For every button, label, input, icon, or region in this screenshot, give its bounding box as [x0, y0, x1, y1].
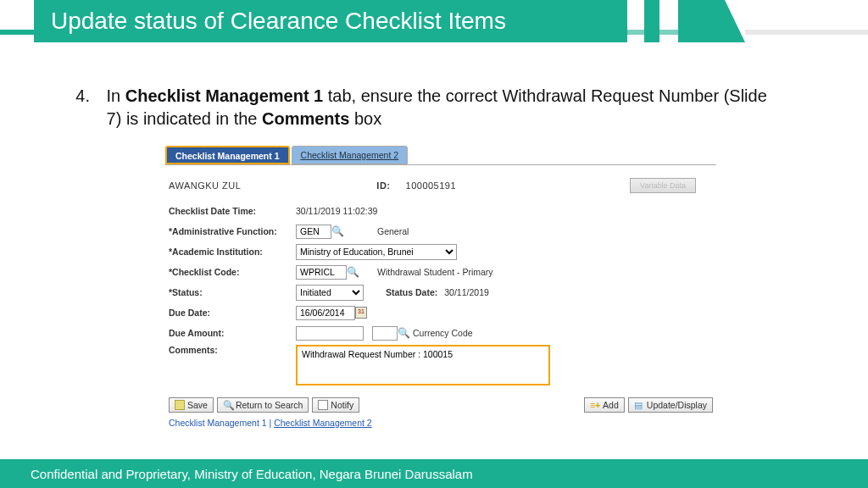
bottom-tab-links: Checklist Management 1 | Checklist Manag…	[169, 418, 713, 428]
datetime-label: Checklist Date Time:	[169, 206, 296, 216]
link-checklist-1[interactable]: Checklist Management 1	[169, 418, 267, 428]
status-date-label: Status Date:	[386, 287, 437, 297]
due-amount-label: Due Amount:	[169, 328, 296, 338]
variable-data-button: Variable Data	[630, 178, 696, 193]
admin-func-label: *Administrative Function:	[169, 226, 296, 236]
instruction-step: 4. In Checklist Management 1 tab, ensure…	[68, 85, 805, 130]
admin-func-desc: General	[377, 226, 409, 236]
notify-button[interactable]: Notify	[312, 397, 359, 413]
institution-label: *Academic Institution:	[169, 247, 296, 257]
header-main-block: Update status of Clearance Checklist Ite…	[34, 0, 627, 42]
update-icon: ▤	[634, 400, 644, 410]
status-select[interactable]: Initiated	[296, 285, 364, 301]
header-accent	[644, 0, 659, 42]
calendar-icon[interactable]: 31	[355, 307, 367, 319]
slide-footer: Confidential and Proprietary, Ministry o…	[0, 459, 868, 488]
tab-checklist-mgmt-1[interactable]: Checklist Management 1	[165, 146, 290, 164]
step-number: 4.	[68, 85, 102, 108]
save-button[interactable]: Save	[169, 397, 214, 413]
due-date-input[interactable]	[296, 306, 355, 320]
slide-title: Update status of Clearance Checklist Ite…	[51, 8, 506, 35]
checklist-code-label: *Checklist Code:	[169, 267, 296, 277]
comments-label: Comments:	[169, 345, 296, 355]
search-icon: 🔍	[223, 400, 233, 410]
header-accent	[659, 30, 678, 35]
status-label: *Status:	[169, 287, 296, 297]
institution-select[interactable]: Ministry of Education, Brunei	[296, 244, 457, 260]
datetime-value: 30/11/2019 11:02:39	[296, 206, 377, 216]
checklist-code-input[interactable]	[296, 265, 347, 280]
header-accent	[678, 0, 725, 42]
checklist-code-desc: Withdrawal Student - Primary	[377, 267, 493, 277]
action-buttons-row: Save 🔍Return to Search Notify ≡+Add ▤Upd…	[169, 397, 713, 413]
tab-checklist-mgmt-2[interactable]: Checklist Management 2	[292, 146, 409, 164]
add-button[interactable]: ≡+Add	[584, 397, 625, 413]
save-icon	[175, 400, 185, 410]
admin-func-input[interactable]	[296, 225, 331, 239]
checklist-form-screenshot: Checklist Management 1 Checklist Managem…	[165, 146, 716, 431]
add-icon: ≡+	[590, 400, 600, 410]
header-accent	[627, 30, 644, 35]
due-date-label: Due Date:	[169, 308, 296, 318]
lookup-icon[interactable]: 🔍	[347, 266, 359, 278]
link-checklist-2[interactable]: Checklist Management 2	[274, 418, 372, 428]
currency-label: Currency Code	[413, 328, 473, 338]
lookup-icon[interactable]: 🔍	[331, 225, 343, 237]
id-label: ID:	[376, 180, 390, 191]
header-accent	[745, 30, 868, 35]
tab-bar: Checklist Management 1 Checklist Managem…	[165, 146, 716, 164]
form-body: Variable Data AWANGKU ZUL ID: 100005191 …	[165, 164, 716, 431]
footer-text: Confidential and Proprietary, Ministry o…	[31, 467, 473, 481]
header-accent-left	[0, 30, 34, 35]
status-date-value: 30/11/2019	[444, 287, 489, 297]
update-display-button[interactable]: ▤Update/Display	[628, 397, 713, 413]
slide-header: Update status of Clearance Checklist Ite…	[0, 0, 868, 42]
step-text: In Checklist Management 1 tab, ensure th…	[107, 85, 785, 130]
comments-textarea[interactable]: Withdrawal Request Number : 100015	[296, 345, 550, 385]
notify-icon	[318, 400, 328, 410]
return-search-button[interactable]: 🔍Return to Search	[217, 397, 309, 413]
due-amount-input[interactable]	[296, 326, 364, 341]
currency-input[interactable]	[372, 326, 398, 341]
id-value: 100005191	[406, 180, 457, 191]
lookup-icon[interactable]: 🔍	[398, 327, 409, 339]
student-name: AWANGKU ZUL	[169, 180, 241, 191]
